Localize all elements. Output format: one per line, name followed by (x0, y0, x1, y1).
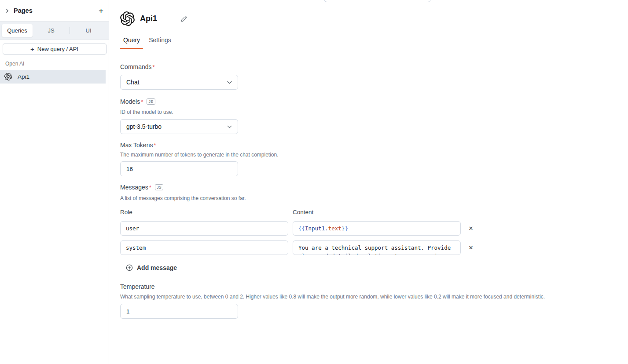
message-content-input[interactable]: {{Input1.text}} (293, 221, 461, 236)
js-badge[interactable]: JS (147, 98, 155, 105)
chevron-right-icon[interactable] (5, 9, 9, 13)
messages-grid: Role Content {{Input1.text}} ✕ You are a… (120, 209, 617, 255)
add-message-button[interactable]: Add message (126, 264, 177, 271)
models-label: Models (120, 98, 140, 105)
add-page-button[interactable]: + (99, 7, 103, 15)
delete-message-button[interactable]: ✕ (468, 224, 474, 233)
openai-logo-icon (120, 11, 135, 26)
models-selected-value: gpt-3.5-turbo (126, 123, 162, 130)
main-panel: Api1 Query Settings Commands* Chat (109, 0, 628, 364)
chevron-down-icon (227, 125, 232, 128)
cutoff-canvas-widget (324, 0, 431, 2)
message-content-input[interactable]: You are a technical support assistant. P… (293, 240, 461, 255)
max-tokens-input[interactable] (120, 161, 238, 176)
js-badge[interactable]: JS (155, 184, 164, 190)
max-tokens-label: Max Tokens (120, 142, 153, 149)
models-description: ID of the model to use. (120, 109, 617, 115)
openai-logo-icon (4, 73, 12, 80)
query-header: Api1 (109, 0, 628, 26)
code-property: text (328, 225, 342, 232)
temperature-description: What sampling temperature to use, betwee… (120, 294, 617, 300)
field-commands: Commands* Chat (120, 63, 617, 90)
sidebar-item-api1[interactable]: Api1 (0, 70, 106, 84)
new-query-button[interactable]: + New query / API (3, 44, 107, 55)
query-title: Api1 (140, 14, 157, 23)
message-role-input[interactable] (120, 221, 288, 236)
pages-label: Pages (14, 7, 33, 14)
message-role-input[interactable] (120, 240, 288, 255)
column-header-role: Role (120, 209, 288, 216)
required-asterisk: * (153, 64, 155, 70)
query-settings-tab-bar: Query Settings (109, 26, 628, 49)
plus-icon: + (30, 46, 34, 52)
pages-header[interactable]: Pages + (0, 0, 109, 22)
field-temperature: Temperature What sampling temperature to… (120, 283, 617, 319)
sidebar: Pages + Queries JS UI + New query / API … (0, 0, 109, 364)
required-asterisk: * (149, 184, 151, 191)
required-asterisk: * (154, 142, 156, 149)
field-max-tokens: Max Tokens* The maximum number of tokens… (120, 142, 617, 176)
app-root: Pages + Queries JS UI + New query / API … (0, 0, 628, 364)
tab-settings[interactable]: Settings (149, 36, 171, 49)
sidebar-tab-bar: Queries JS UI (0, 22, 109, 40)
sidebar-tab-js[interactable]: JS (33, 24, 70, 37)
code-brace: {{ (298, 225, 305, 232)
chevron-down-icon (227, 81, 232, 84)
delete-message-button[interactable]: ✕ (468, 244, 474, 252)
temperature-label: Temperature (120, 283, 155, 290)
tab-query[interactable]: Query (123, 36, 140, 49)
messages-description: A list of messages comprising the conver… (120, 195, 617, 201)
field-messages: Messages* JS A list of messages comprisi… (120, 184, 617, 271)
commands-selected-value: Chat (126, 79, 140, 86)
commands-label: Commands (120, 63, 152, 70)
content-text-line: You are a technical support assistant. P… (298, 244, 455, 252)
code-entity: Input1 (305, 225, 325, 232)
models-select[interactable]: gpt-3.5-turbo (120, 119, 238, 134)
content-text-line-clipped: clear and detailed solutions to user que… (298, 252, 455, 255)
sidebar-tab-ui[interactable]: UI (70, 24, 107, 37)
sidebar-tab-queries[interactable]: Queries (2, 24, 33, 37)
new-query-label: New query / API (37, 46, 78, 52)
messages-label: Messages (120, 184, 148, 191)
query-form: Commands* Chat Models* JS ID of the mode… (109, 49, 628, 319)
field-models: Models* JS ID of the model to use. gpt-3… (120, 98, 617, 134)
circle-plus-icon (126, 264, 133, 271)
add-message-label: Add message (137, 264, 177, 271)
max-tokens-description: The maximum number of tokens to generate… (120, 152, 617, 158)
sidebar-item-label: Api1 (18, 73, 29, 80)
edit-pencil-icon[interactable] (181, 15, 187, 22)
temperature-input[interactable] (120, 304, 238, 319)
required-asterisk: * (141, 98, 143, 105)
code-brace: }} (342, 225, 348, 232)
column-header-content: Content (293, 209, 461, 216)
query-group-label: Open AI (5, 61, 109, 67)
commands-select[interactable]: Chat (120, 75, 238, 90)
code-dot: . (325, 225, 328, 232)
